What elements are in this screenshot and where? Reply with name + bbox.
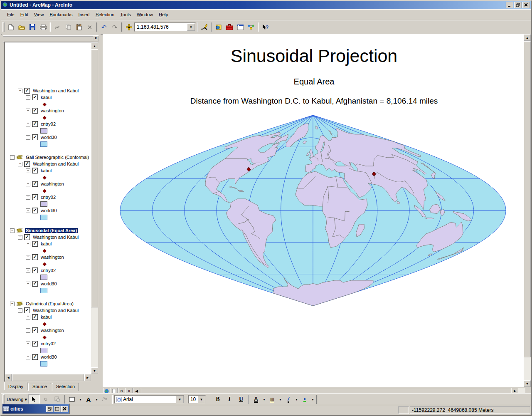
layer-checkbox[interactable]: ✓: [32, 327, 38, 333]
italic-button[interactable]: I: [224, 394, 235, 404]
minimize-button[interactable]: [506, 2, 513, 8]
layer-checkbox[interactable]: ✓: [32, 94, 38, 100]
font-size-dropdown-icon[interactable]: ▼: [197, 396, 205, 403]
marker-color-dropdown-icon[interactable]: ▾: [310, 395, 315, 404]
collapse-icon[interactable]: −: [18, 235, 22, 240]
layer-label[interactable]: kabul: [40, 241, 52, 246]
scroll-down-icon[interactable]: ▼: [524, 380, 531, 387]
map-scale-combo[interactable]: 1:163,481,576 ▼: [134, 22, 196, 32]
scroll-right-icon[interactable]: ▶: [84, 374, 91, 381]
map-view[interactable]: Sinusoidal Projection Equal Area Distanc…: [103, 34, 525, 387]
collapse-icon[interactable]: −: [26, 282, 30, 286]
scroll-up-icon[interactable]: ▲: [524, 34, 531, 41]
toolbar-grip[interactable]: [2, 394, 5, 404]
drawing-menu-button[interactable]: Drawing ▾: [5, 394, 28, 404]
zoom-to-selected-tool[interactable]: [52, 394, 63, 404]
collapse-icon[interactable]: −: [26, 355, 30, 359]
line-color-dropdown-icon[interactable]: ▾: [294, 395, 299, 404]
fill-symbol[interactable]: [40, 348, 47, 353]
layer-label[interactable]: world30: [40, 135, 58, 140]
redo-button[interactable]: ↷: [109, 22, 120, 32]
layer-checkbox[interactable]: ✓: [32, 134, 38, 140]
print-button[interactable]: [38, 22, 49, 32]
layer-checkbox[interactable]: ✓: [32, 314, 38, 320]
menu-item-bookmarks[interactable]: Bookmarks: [47, 11, 75, 18]
menu-item-window[interactable]: Window: [134, 11, 156, 18]
collapse-icon[interactable]: −: [26, 168, 30, 173]
layer-checkbox[interactable]: ✓: [32, 121, 38, 127]
layer-label[interactable]: world30: [40, 281, 58, 286]
menu-item-edit[interactable]: Edit: [17, 11, 31, 18]
layer-label[interactable]: kabul: [40, 95, 52, 100]
layer-label[interactable]: Washington and Kabul: [32, 88, 79, 93]
command-window-button[interactable]: [235, 22, 246, 32]
collapse-icon[interactable]: −: [26, 195, 30, 200]
sinusoidal-world-map[interactable]: [103, 34, 525, 387]
layer-checkbox[interactable]: ✓: [32, 168, 38, 173]
menu-item-insert[interactable]: Insert: [75, 11, 93, 18]
new-rectangle-tool[interactable]: [66, 394, 78, 404]
layer-checkbox[interactable]: ✓: [32, 354, 38, 360]
layer-label[interactable]: cntry02: [40, 341, 57, 346]
collapse-icon[interactable]: −: [10, 302, 15, 306]
collapse-icon[interactable]: −: [26, 122, 30, 126]
fill-color-dropdown-icon[interactable]: ▾: [278, 395, 283, 404]
collapse-icon[interactable]: −: [18, 89, 22, 93]
data-frame-icon[interactable]: [16, 155, 23, 160]
delete-button[interactable]: ✕: [84, 22, 95, 32]
select-elements-tool[interactable]: [28, 394, 40, 404]
point-symbol[interactable]: ◆: [43, 321, 46, 327]
restore-button[interactable]: [514, 2, 522, 8]
scroll-down-icon[interactable]: ▼: [91, 367, 98, 374]
toc-vertical-scrollbar[interactable]: ▲ ▼: [91, 42, 98, 374]
cities-window[interactable]: cities: [2, 404, 70, 414]
layer-checkbox[interactable]: ✓: [24, 234, 30, 240]
cut-button[interactable]: ✂: [52, 22, 63, 32]
point-symbol[interactable]: ◆: [43, 334, 46, 340]
collapse-icon[interactable]: −: [26, 328, 30, 333]
tab-selection[interactable]: Selection: [52, 383, 79, 391]
bold-button[interactable]: B: [212, 394, 224, 404]
layer-checkbox[interactable]: ✓: [32, 108, 38, 114]
arctoolbox-button[interactable]: [224, 22, 235, 32]
close-button[interactable]: [522, 2, 530, 8]
menu-item-view[interactable]: View: [31, 11, 47, 18]
fill-symbol[interactable]: [40, 215, 47, 220]
text-tool-dropdown-icon[interactable]: ▾: [94, 395, 99, 404]
fill-symbol[interactable]: [40, 128, 47, 134]
map-scale-dropdown-icon[interactable]: ▼: [187, 23, 195, 31]
marker-color-button[interactable]: ●: [299, 394, 310, 404]
layer-label[interactable]: Sinusoidal (Equal Area): [25, 228, 78, 233]
collapse-icon[interactable]: −: [10, 155, 15, 160]
cities-restore-button[interactable]: [46, 406, 53, 412]
modelbuilder-button[interactable]: [246, 22, 256, 32]
layer-checkbox[interactable]: ✓: [24, 307, 30, 313]
layer-label[interactable]: cntry02: [40, 121, 57, 126]
layer-checkbox[interactable]: ✓: [32, 341, 38, 347]
layer-checkbox[interactable]: ✓: [32, 267, 38, 273]
collapse-icon[interactable]: −: [26, 135, 30, 140]
fill-symbol[interactable]: [40, 201, 47, 207]
layer-label[interactable]: Gall Stereographic (Conformal): [25, 155, 90, 160]
point-symbol[interactable]: ◆: [43, 261, 46, 267]
data-frame-icon[interactable]: [16, 228, 23, 233]
layer-checkbox[interactable]: ✓: [32, 208, 38, 213]
layer-label[interactable]: cntry02: [40, 268, 57, 273]
menu-item-tools[interactable]: Tools: [117, 11, 134, 18]
layer-checkbox[interactable]: ✓: [24, 161, 30, 167]
shape-tool-dropdown-icon[interactable]: ▾: [78, 395, 83, 404]
layer-label[interactable]: Washington and Kabul: [32, 161, 79, 166]
layer-label[interactable]: washington: [40, 181, 65, 186]
new-document-button[interactable]: [5, 22, 16, 32]
open-document-button[interactable]: [16, 22, 27, 32]
font-size-combo[interactable]: 10 ▼: [188, 395, 206, 404]
arccatalog-button[interactable]: [213, 22, 224, 32]
layer-checkbox[interactable]: ✓: [32, 241, 38, 247]
paste-button[interactable]: [74, 22, 84, 32]
collapse-icon[interactable]: −: [26, 255, 30, 260]
layer-label[interactable]: kabul: [40, 168, 52, 173]
point-symbol[interactable]: ◆: [43, 175, 46, 180]
cities-maximize-button[interactable]: [54, 406, 61, 412]
layer-label[interactable]: world30: [40, 354, 58, 359]
collapse-icon[interactable]: −: [18, 162, 22, 166]
